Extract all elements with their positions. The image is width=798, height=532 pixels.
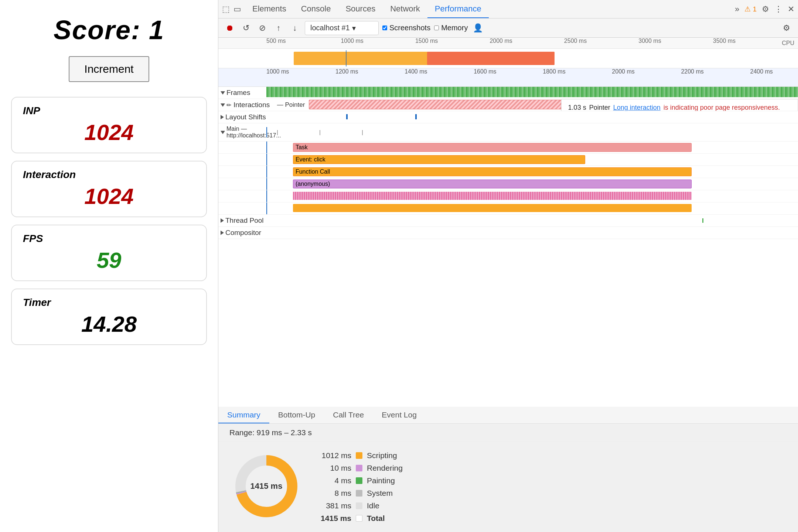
score-title: Score: 1 [54, 15, 164, 45]
interactions-track: — Pointer 1.03 s Pointer Long interactio… [266, 99, 798, 111]
anonymous-bar[interactable]: (anonymous) [293, 180, 692, 188]
function-call-bar[interactable]: Function Call [293, 167, 692, 176]
metric-card-fps: FPS 59 [11, 225, 207, 281]
yellow-bar [293, 204, 692, 212]
screenshots-toggle[interactable]: Screenshots [382, 24, 430, 32]
legend-row: 8 ms System [318, 487, 787, 499]
main-row: Main — http://localhost:517... [218, 123, 798, 141]
url-selector[interactable]: localhost #1 ▾ [305, 21, 379, 35]
tick1 [277, 130, 278, 135]
more-tabs-icon[interactable]: » [735, 4, 739, 14]
tick3 [362, 130, 363, 135]
compositor-row: Compositor [218, 227, 798, 239]
toolbar-user-icon[interactable]: 👤 [471, 22, 484, 34]
tab-console[interactable]: Console [294, 0, 338, 18]
metric-label: Interaction [23, 169, 195, 181]
ruler-mark: 500 ms [266, 38, 286, 44]
zoom-mark: 2000 ms [612, 68, 634, 75]
legend-row: 381 ms Idle [318, 499, 787, 512]
interactions-collapse-icon[interactable] [221, 103, 225, 107]
cpu-activity-red [427, 52, 555, 65]
yellow-bar-row [218, 202, 798, 215]
task-bar[interactable]: Task [293, 143, 692, 152]
tick2 [320, 130, 320, 135]
pink-vline [266, 190, 267, 202]
more-options-icon[interactable]: ⋮ [774, 4, 782, 14]
ruler-mark: 2500 ms [564, 38, 587, 44]
main-track [266, 127, 798, 137]
zoom-mark: 1000 ms [266, 68, 289, 75]
tab-network[interactable]: Network [383, 0, 427, 18]
settings-icon[interactable]: ⚙ [762, 4, 769, 14]
interaction-tooltip: 1.03 s Pointer Long interaction is indic… [561, 99, 798, 111]
download-button[interactable]: ↓ [289, 22, 301, 34]
thread-pool-marker [702, 218, 703, 223]
interactions-label: ✏ Interactions [218, 101, 266, 109]
legend-color [356, 515, 362, 522]
cpu-label-right: CPU [782, 40, 794, 47]
overview-timeline[interactable]: 500 ms1000 ms1500 ms2000 ms2500 ms3000 m… [218, 38, 798, 68]
thread-pool-expand-icon[interactable] [221, 218, 224, 223]
donut-chart: 1415 ms [229, 449, 303, 523]
record-button[interactable]: ⏺ [224, 22, 236, 34]
event-click-track: Event: click [266, 154, 798, 166]
layout-shifts-track [266, 111, 798, 123]
frames-label: Frames [218, 89, 266, 97]
frames-collapse-icon[interactable] [221, 91, 225, 95]
legend-name: System [367, 489, 393, 498]
tab-bottom-up[interactable]: Bottom-Up [269, 407, 324, 423]
yellow-bar-track [266, 202, 798, 214]
layout-shifts-expand-icon[interactable] [221, 115, 224, 119]
legend-value: 1415 ms [318, 514, 351, 523]
legend-name: Idle [367, 501, 379, 510]
inspect-icon[interactable]: ⬚ [222, 4, 230, 14]
tab-elements[interactable]: Elements [245, 0, 294, 18]
tab-summary[interactable]: Summary [218, 407, 269, 423]
frames-bar [266, 87, 798, 97]
legend-value: 10 ms [318, 464, 351, 473]
thread-pool-row: Thread Pool [218, 215, 798, 227]
legend-value: 1012 ms [318, 451, 351, 460]
pointer-label-left: — Pointer [277, 101, 305, 109]
interactions-row: ✏ Interactions — Pointer 1.03 s Pointer … [218, 99, 798, 111]
flame-chart[interactable]: Frames ✏ Interactions — Pointer [218, 87, 798, 407]
tab-call-tree[interactable]: Call Tree [324, 407, 373, 423]
func-vline [266, 166, 267, 178]
metric-card-timer: Timer 14.28 [11, 289, 207, 345]
metric-card-inp: INP 1024 [11, 97, 207, 153]
frames-row: Frames [218, 87, 798, 99]
zoom-timeline[interactable]: 1000 ms1200 ms1400 ms1600 ms1800 ms2000 … [218, 68, 798, 87]
performance-toolbar: ⏺ ↺ ⊘ ↑ ↓ localhost #1 ▾ Screenshots Mem… [218, 18, 798, 38]
pink-bar-track [266, 190, 798, 202]
long-interaction-link[interactable]: Long interaction [613, 104, 661, 111]
compositor-expand-icon[interactable] [221, 231, 224, 235]
clear-button[interactable]: ⊘ [256, 22, 269, 34]
toolbar-settings-icon[interactable]: ⚙ [780, 22, 793, 34]
legend-name: Total [367, 514, 385, 523]
legend-name: Rendering [367, 464, 403, 473]
tab-sources[interactable]: Sources [338, 0, 383, 18]
metric-value: 14.28 [23, 311, 195, 337]
task-vline [266, 141, 267, 153]
close-icon[interactable]: ✕ [788, 4, 794, 14]
device-icon[interactable]: ▭ [233, 4, 241, 14]
cpu-bar-area [218, 49, 798, 68]
tab-performance[interactable]: Performance [427, 0, 489, 18]
main-label: Main — http://localhost:517... [218, 123, 266, 141]
event-click-bar[interactable]: Event: click [293, 155, 585, 164]
summary-panel: 1415 ms 1012 ms Scripting 10 ms Renderin… [218, 442, 798, 532]
frames-track [266, 87, 798, 99]
devtools-panel: ⬚ ▭ Elements Console Sources Network Per… [218, 0, 798, 532]
tab-event-log[interactable]: Event Log [373, 407, 426, 423]
memory-toggle[interactable]: Memory [434, 24, 468, 32]
task-row: Task [218, 141, 798, 154]
anonymous-row: (anonymous) [218, 178, 798, 190]
yellow-vline [266, 202, 267, 214]
warning-badge: ⚠ 1 [744, 5, 757, 13]
reload-button[interactable]: ↺ [240, 22, 252, 34]
upload-button[interactable]: ↑ [272, 22, 285, 34]
main-collapse-icon[interactable] [221, 131, 225, 134]
zoom-mark: 1600 ms [474, 68, 496, 75]
increment-button[interactable]: Increment [69, 56, 149, 82]
legend-row: 1012 ms Scripting [318, 449, 787, 462]
